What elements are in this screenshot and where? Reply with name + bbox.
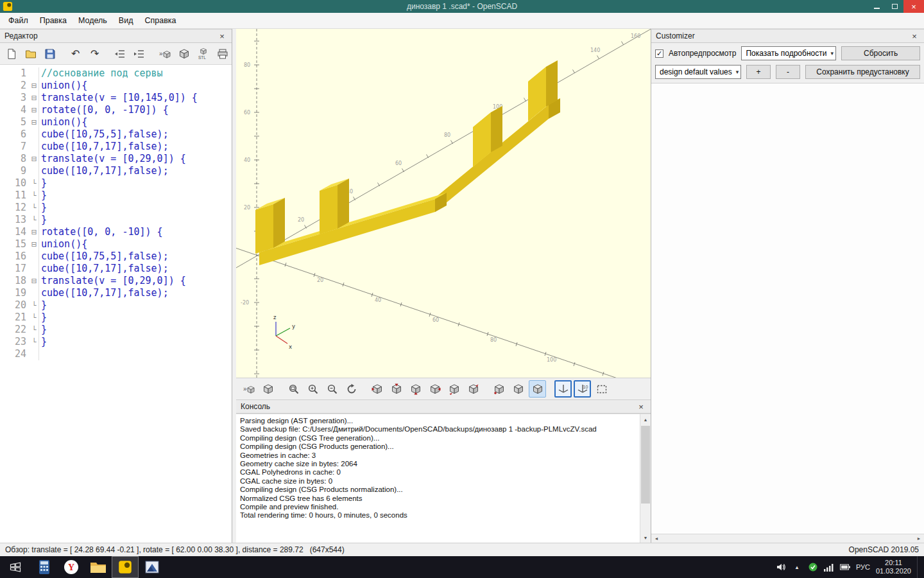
eject-icon[interactable]: ▴ [792,562,802,572]
menu-item[interactable]: Модель [73,13,113,28]
details-dropdown[interactable]: Показать подробности ▾ [741,46,836,60]
reset-button[interactable]: Сбросить [841,46,920,60]
fold-marker[interactable] [30,141,39,153]
redo-button[interactable]: ↷ [86,45,104,63]
console-close-icon[interactable]: × [636,402,646,412]
zoom-all-icon[interactable] [285,380,302,398]
view-left-button[interactable] [426,380,443,398]
perspective-view-button[interactable] [509,380,527,398]
view-back-button[interactable] [465,380,482,398]
show-desktop-button[interactable] [917,556,921,578]
fold-marker[interactable]: ⊟ [30,226,39,238]
undo-button[interactable]: ↶ [67,45,85,63]
fold-marker[interactable] [30,250,39,263]
fold-marker[interactable]: ⊟ [30,104,39,116]
fold-marker[interactable]: ⊟ [30,92,39,104]
editor-toolbar: ↶ ↷ » STL [0,43,232,65]
editor-close-icon[interactable]: × [217,31,227,41]
3d-viewport[interactable]: 20 40 60 80 100 120 140 160 20 40 60 80 … [236,29,651,378]
orthogonal-view-button[interactable] [529,380,546,398]
close-button[interactable]: × [903,0,924,13]
fold-marker[interactable]: └ [30,299,39,311]
fold-marker[interactable]: └ [30,336,39,348]
fold-marker[interactable]: ⊟ [30,153,39,165]
security-shield-icon[interactable] [808,562,818,572]
scroll-right-icon[interactable]: ► [914,536,924,541]
render-button[interactable] [259,380,277,398]
fold-marker[interactable]: └ [30,214,39,226]
menu-item[interactable]: Правка [34,13,73,28]
taskbar-clock[interactable]: 20:11 01.03.2020 [876,559,911,575]
fold-marker[interactable] [30,263,39,275]
yandex-browser-taskbar-icon[interactable]: Y [58,556,85,578]
scroll-left-icon[interactable]: ◄ [651,536,662,541]
title-bar[interactable]: динозавр 1 .scad* - OpenSCAD × [0,0,924,13]
fold-marker[interactable]: └ [30,324,39,336]
fold-marker[interactable]: ⊟ [30,116,39,128]
start-button[interactable] [0,556,31,578]
save-preset-button[interactable]: Сохранить предустановку [805,65,920,79]
new-file-button[interactable] [3,45,21,63]
fold-marker[interactable]: └ [30,189,39,202]
fold-marker[interactable] [30,165,39,177]
show-scale-markers-button[interactable]: 10 [574,380,591,398]
fold-marker[interactable] [30,128,39,141]
menu-item[interactable]: Справка [139,13,182,28]
remove-preset-button[interactable]: - [776,65,800,79]
volume-icon[interactable] [776,562,786,572]
autopreview-checkbox[interactable]: ✓ [655,49,663,58]
view-front-button[interactable] [445,380,463,398]
open-file-button[interactable] [22,45,40,63]
console-log[interactable]: Parsing design (AST generation)...Saved … [236,414,640,543]
view-top-button[interactable] [388,380,405,398]
indent-button[interactable] [130,45,148,63]
zoom-out-icon[interactable] [323,380,341,398]
battery-icon[interactable] [840,562,850,572]
render-button[interactable] [175,45,193,63]
fold-marker[interactable]: ⊟ [30,238,39,250]
svg-text:160: 160 [631,33,640,39]
scroll-up-icon[interactable]: ▲ [640,414,651,425]
fold-marker[interactable]: └ [30,311,39,324]
preset-dropdown[interactable]: design default values ▾ [655,65,741,79]
save-button[interactable] [41,45,59,63]
reset-view-button[interactable] [343,380,360,398]
show-axes-button[interactable] [554,380,572,398]
language-indicator[interactable]: РУС [856,563,870,571]
network-bars-icon[interactable] [824,562,834,572]
menu-item[interactable]: Вид [113,13,139,28]
preview-button[interactable]: » [156,45,174,63]
export-stl-button[interactable]: STL [194,45,212,63]
fold-marker[interactable]: ⊟ [30,80,39,92]
scroll-thumb[interactable] [641,426,650,504]
scroll-down-icon[interactable]: ▼ [640,532,651,543]
scroll-track[interactable] [640,425,651,532]
unindent-button[interactable] [112,45,130,63]
view-bottom-button[interactable] [407,380,424,398]
fold-marker[interactable]: └ [30,202,39,214]
fold-marker[interactable] [30,287,39,299]
console-scrollbar[interactable]: ▲ ▼ [640,414,651,543]
view-all-button[interactable] [593,380,610,398]
customizer-hscrollbar[interactable]: ◄ ► [651,534,924,543]
add-preset-button[interactable]: + [746,65,771,79]
fold-marker[interactable] [30,67,39,80]
minimize-button[interactable] [868,0,886,13]
customizer-close-icon[interactable]: × [909,31,920,41]
view-diagonal-button[interactable] [490,380,508,398]
viewport-status-text: Обзор: translate = [ 24.28 69.44 -0.21 ]… [5,545,304,554]
calculator-taskbar-icon[interactable] [31,556,58,578]
view-right-button[interactable] [368,380,386,398]
graphics-app-taskbar-icon[interactable] [139,556,166,578]
openscad-taskbar-icon[interactable] [112,556,139,578]
zoom-in-icon[interactable] [304,380,321,398]
print-3d-button[interactable] [214,45,232,63]
maximize-button[interactable] [886,0,903,13]
file-explorer-taskbar-icon[interactable] [85,556,112,578]
fold-marker[interactable]: ⊟ [30,275,39,287]
menu-item[interactable]: Файл [3,13,34,28]
fold-marker[interactable] [30,348,39,360]
fold-marker[interactable]: └ [30,177,39,189]
code-editor[interactable]: 1 //основание под сервы 2 ⊟ union(){ 3 ⊟ [0,65,232,543]
preview-button[interactable]: » [240,380,257,398]
